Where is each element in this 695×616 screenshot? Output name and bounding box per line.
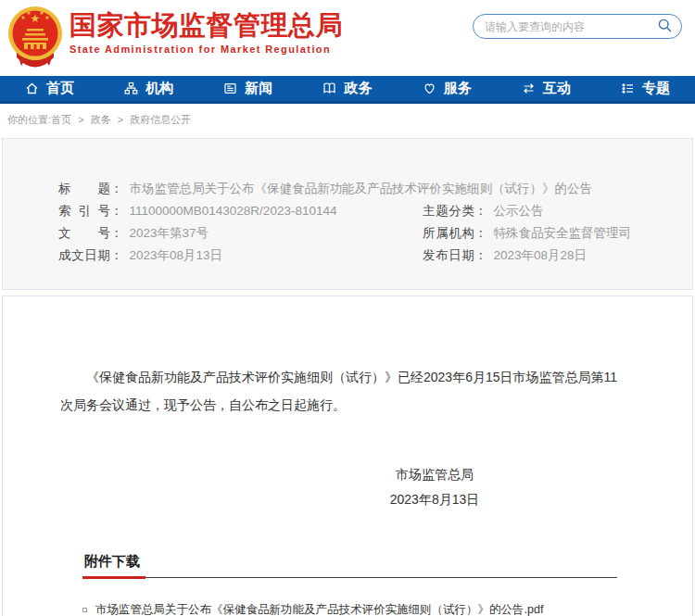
doc-category-cell: 主题分类： 公示公告	[423, 200, 544, 222]
square-bullet-icon	[82, 608, 87, 612]
attachments-heading: 附件下载	[82, 553, 145, 579]
attachment-item: 市场监管总局关于公布《保健食品新功能及产品技术评价实施细则（试行）》的公告.pd…	[82, 602, 627, 616]
doc-publish-date-value: 2023年08月28日	[494, 245, 588, 267]
signature-date: 2023年8月13日	[360, 492, 509, 509]
doc-written-date-label: 成文日期	[58, 245, 110, 267]
doc-title-value: 市场监管总局关于公布《保健食品新功能及产品技术评价实施细则（试行）》的公告	[130, 178, 593, 200]
attachment-pdf-link[interactable]: 市场监管总局关于公布《保健食品新功能及产品技术评价实施细则（试行）》的公告.pd…	[95, 602, 543, 616]
label-colon: ：	[110, 178, 123, 200]
nav-item-gov-affairs[interactable]: 政务	[297, 76, 397, 101]
doc-info-row: 文号： 2023年第37号 所属机构： 特殊食品安全监督管理司	[58, 222, 674, 245]
open-book-icon	[322, 82, 336, 95]
site-subtitle: State Administration for Market Regulati…	[70, 44, 343, 55]
heart-icon	[423, 82, 436, 95]
topic-list-icon	[621, 82, 635, 95]
site-title-block: 国家市场监督管理总局 State Administration for Mark…	[70, 10, 343, 55]
sitemap-icon	[124, 82, 138, 95]
doc-info-row: 索引号： 11100000MB0143028R/2023-810144 主题分类…	[58, 200, 674, 222]
label-colon: ：	[110, 245, 123, 267]
doc-agency-label: 所属机构	[423, 222, 474, 245]
document-info-panel: 标题： 市场监管总局关于公布《保健食品新功能及产品技术评价实施细则（试行）》的公…	[2, 138, 693, 290]
doc-agency-cell: 所属机构： 特殊食品安全监督管理司	[423, 222, 631, 245]
breadcrumb-item-gov-affairs[interactable]: 政务	[91, 114, 111, 125]
doc-info-row-title: 标题： 市场监管总局关于公布《保健食品新功能及产品技术评价实施细则（试行）》的公…	[58, 178, 674, 200]
label-colon: ：	[110, 200, 123, 222]
attachments-section: 附件下载 市场监管总局关于公布《保健食品新功能及产品技术评价实施细则（试行）》的…	[82, 553, 627, 616]
breadcrumb: 你的位置:首页 > 政务 > 政府信息公开	[0, 104, 695, 138]
signature-block: 市场监管总局 2023年8月13日	[360, 467, 509, 509]
china-national-emblem-icon: ★ ★ ★ ★ ★	[7, 5, 63, 76]
signature-name: 市场监管总局	[360, 467, 509, 484]
document-content-panel: 《保健食品新功能及产品技术评价实施细则（试行）》已经2023年6月15日市场监管…	[2, 295, 693, 616]
doc-category-label: 主题分类	[423, 200, 474, 222]
magnifier-icon	[657, 18, 673, 36]
doc-title-label: 标题	[58, 178, 110, 200]
page: ★ ★ ★ ★ ★ 国家市场监督管理总局 State Administratio…	[0, 0, 695, 616]
nav-item-label: 机构	[145, 80, 173, 97]
label-colon: ：	[474, 222, 487, 245]
announcement-paragraph: 《保健食品新功能及产品技术评价实施细则（试行）》已经2023年6月15日市场监管…	[60, 363, 627, 419]
svg-text:★: ★	[39, 10, 44, 16]
label-colon: ：	[474, 245, 487, 267]
nav-item-label: 互动	[543, 80, 571, 97]
doc-agency-value: 特殊食品安全监督管理司	[494, 222, 632, 245]
svg-text:★: ★	[44, 15, 49, 20]
doc-category-value: 公示公告	[494, 200, 544, 222]
search-input[interactable]	[485, 20, 657, 33]
svg-text:★: ★	[20, 15, 25, 20]
breadcrumb-item-home[interactable]: 首页	[51, 114, 71, 125]
home-icon	[25, 82, 39, 95]
search-button[interactable]	[657, 18, 673, 36]
exchange-arrows-icon	[522, 82, 536, 95]
doc-number-label: 文号	[58, 222, 110, 245]
doc-index-label: 索引号	[58, 200, 110, 222]
site-header: ★ ★ ★ ★ ★ 国家市场监督管理总局 State Administratio…	[0, 0, 695, 76]
nav-item-label: 首页	[46, 80, 74, 97]
breadcrumb-separator: >	[118, 114, 123, 125]
nav-item-label: 新闻	[245, 80, 272, 97]
doc-title-cell: 标题： 市场监管总局关于公布《保健食品新功能及产品技术评价实施细则（试行）》的公…	[58, 178, 592, 200]
nav-item-orgs[interactable]: 机构	[99, 76, 198, 101]
doc-number-value: 2023年第37号	[130, 222, 209, 245]
site-title: 国家市场监督管理总局	[70, 10, 343, 41]
nav-item-label: 专题	[642, 80, 670, 97]
newspaper-icon	[223, 82, 237, 95]
doc-index-value: 11100000MB0143028R/2023-810144	[130, 200, 337, 222]
attachments-heading-rule: 附件下载	[82, 553, 617, 578]
nav-item-interaction[interactable]: 互动	[497, 76, 596, 101]
doc-publish-date-label: 发布日期	[423, 245, 474, 267]
doc-written-date-value: 2023年08月13日	[130, 245, 223, 267]
nav-item-label: 政务	[344, 80, 372, 97]
label-colon: ：	[110, 222, 123, 245]
doc-info-row: 成文日期： 2023年08月13日 发布日期： 2023年08月28日	[58, 245, 674, 267]
breadcrumb-separator: >	[78, 114, 83, 125]
nav-item-services[interactable]: 服务	[398, 76, 497, 101]
doc-index-cell: 索引号： 11100000MB0143028R/2023-810144	[58, 200, 423, 222]
breadcrumb-item-info-disclosure[interactable]: 政府信息公开	[130, 114, 191, 125]
doc-written-date-cell: 成文日期： 2023年08月13日	[58, 245, 423, 267]
nav-item-topics[interactable]: 专题	[596, 76, 695, 101]
doc-number-cell: 文号： 2023年第37号	[58, 222, 423, 245]
breadcrumb-prefix: 你的位置:	[7, 114, 51, 125]
svg-text:★: ★	[26, 10, 31, 16]
nav-item-news[interactable]: 新闻	[198, 76, 297, 101]
site-search[interactable]	[473, 14, 682, 39]
main-nav: 首页 机构 新闻	[0, 76, 695, 104]
nav-item-label: 服务	[444, 80, 472, 97]
label-colon: ：	[474, 200, 487, 222]
nav-item-home[interactable]: 首页	[0, 76, 99, 101]
doc-publish-date-cell: 发布日期： 2023年08月28日	[423, 245, 587, 267]
